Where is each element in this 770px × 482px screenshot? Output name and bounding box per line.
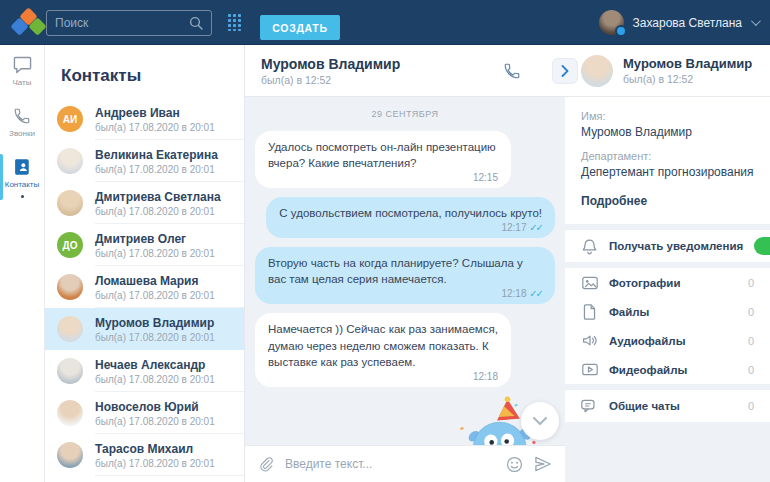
video-icon — [582, 363, 598, 376]
contact-row[interactable]: Великина Екатеринабыл(а) 17.08.2020 в 20… — [45, 140, 244, 182]
chats-icon — [581, 399, 598, 414]
rail-item-calls[interactable]: Звонки — [0, 96, 44, 147]
contact-row-partial[interactable] — [45, 476, 244, 482]
message-incoming[interactable]: Удалось посмотреть он-лайн презентацию в… — [255, 131, 511, 188]
media-item-photos[interactable]: Фотографии 0 — [565, 268, 770, 297]
left-rail: Чаты Звонки Контакты — [0, 45, 45, 482]
profile-header: Муромов Владимир был(а) в 12:52 — [565, 45, 770, 97]
avatar — [57, 274, 83, 300]
media-item-video[interactable]: Фидеофайлы 0 — [565, 355, 770, 384]
field-label: Имя: — [581, 110, 754, 122]
chevron-down-icon — [751, 16, 761, 26]
contact-row[interactable]: Новоселов Юрийбыл(а) 17.08.2020 в 20:01 — [45, 392, 244, 434]
date-divider: 29 СЕНТЯБРЯ — [255, 109, 555, 119]
avatar — [57, 400, 83, 426]
user-menu[interactable]: Захарова Светлана — [599, 0, 758, 45]
search-input[interactable] — [55, 16, 189, 30]
field-label: Департамент: — [581, 150, 754, 162]
send-button[interactable] — [534, 456, 552, 472]
search-icon — [189, 16, 203, 30]
phone-icon — [13, 107, 31, 125]
count-badge: 0 — [748, 335, 754, 347]
media-item-audio[interactable]: Аудиофайлы 0 — [565, 326, 770, 355]
avatar: ДО — [57, 232, 83, 258]
common-chats-row[interactable]: Общие чаты 0 — [565, 390, 770, 422]
profile-panel: Муромов Владимир был(а) в 12:52 Имя: Мур… — [565, 45, 770, 482]
notifications-label: Получать уведомления — [609, 240, 743, 252]
avatar — [57, 316, 83, 342]
scroll-down-icon — [533, 417, 547, 426]
message-time: 12:18 — [473, 371, 498, 382]
collapse-panel-button[interactable] — [552, 58, 578, 84]
contact-row[interactable]: Дмитриева Светланабыл(а) 17.08.2020 в 20… — [45, 182, 244, 224]
chat-title: Муромов Владимир — [261, 56, 503, 72]
contact-row[interactable]: Нечаев Александрбыл(а) 17.08.2020 в 20:0… — [45, 350, 244, 392]
message-input-bar — [245, 445, 565, 482]
avatar — [57, 190, 83, 216]
notifications-row: Получать уведомления — [565, 230, 770, 262]
chat-header: Муромов Владимир был(а) в 12:52 — [245, 45, 565, 97]
contact-row[interactable]: АИ Андреев Иванбыл(а) 17.08.2020 в 20:01 — [45, 98, 244, 140]
message-input[interactable] — [285, 457, 495, 471]
avatar — [57, 148, 83, 174]
scroll-to-bottom-button[interactable] — [521, 402, 559, 440]
message-outgoing[interactable]: С удовольствием посмотрела, получилось к… — [266, 197, 555, 238]
contact-row[interactable]: Ломашева Мариябыл(а) 17.08.2020 в 20:01 — [45, 266, 244, 308]
message-time: 12:15 — [473, 172, 498, 183]
emoji-icon — [506, 456, 523, 473]
chevron-right-icon — [561, 65, 569, 77]
audio-icon — [582, 334, 598, 347]
count-badge: 0 — [748, 400, 754, 412]
count-badge: 0 — [748, 364, 754, 376]
contacts-panel: Контакты АИ Андреев Иванбыл(а) 17.08.202… — [45, 45, 245, 482]
rail-item-chats[interactable]: Чаты — [0, 45, 44, 96]
call-icon[interactable] — [503, 62, 521, 80]
attach-icon — [258, 456, 274, 473]
avatar — [57, 358, 83, 384]
contacts-book-icon — [13, 158, 31, 176]
avatar — [57, 442, 83, 468]
read-receipt-icon: ✓✓ — [529, 288, 542, 299]
chat-last-seen: был(а) в 12:52 — [261, 74, 503, 86]
rail-item-contacts[interactable]: Контакты — [0, 147, 44, 207]
emoji-button[interactable] — [506, 456, 523, 473]
count-badge: 0 — [748, 306, 754, 318]
message-outgoing[interactable]: Вторую часть на когда планируете? Слышал… — [255, 247, 555, 304]
chat-bubble-icon — [13, 56, 32, 74]
create-button[interactable]: СОЗДАТЬ — [260, 15, 340, 40]
photos-icon — [582, 276, 598, 290]
message-list[interactable]: 29 СЕНТЯБРЯ Удалось посмотреть он-лайн п… — [245, 97, 565, 445]
files-icon — [583, 304, 596, 320]
field-value: Депертемант прогнозирования — [581, 165, 754, 179]
user-name: Захарова Светлана — [633, 16, 742, 30]
message-time: 12:18 — [501, 288, 526, 299]
profile-avatar — [581, 55, 613, 87]
profile-last-seen: был(а) в 12:52 — [623, 73, 752, 85]
more-details-link[interactable]: Подробнее — [581, 194, 647, 208]
bell-icon — [582, 238, 597, 255]
message-time: 12:17 — [501, 222, 526, 233]
contact-row[interactable]: Тарасов Михаилбыл(а) 17.08.2020 в 20:01 — [45, 434, 244, 476]
contacts-title: Контакты — [45, 45, 244, 98]
avatar: АИ — [57, 106, 83, 132]
attach-file-button[interactable] — [258, 456, 274, 473]
contact-row[interactable]: ДО Дмитриев Олегбыл(а) 17.08.2020 в 20:0… — [45, 224, 244, 266]
profile-name: Муромов Владимир — [623, 56, 752, 71]
active-indicator-dot — [21, 195, 24, 198]
media-item-files[interactable]: Файлы 0 — [565, 297, 770, 326]
read-receipt-icon: ✓✓ — [529, 222, 542, 233]
message-incoming[interactable]: Намечается )) Сейчас как раз занимаемся,… — [255, 313, 511, 386]
search-box[interactable] — [46, 10, 212, 36]
user-avatar — [599, 10, 624, 35]
app-logo-icon[interactable] — [11, 7, 47, 37]
field-value: Муромов Владимир — [581, 125, 754, 139]
media-section: Фотографии 0 Файлы 0 Аудиофайлы — [565, 268, 770, 384]
contact-row-selected[interactable]: Муромов Владимирбыл(а) 17.08.2020 в 20:0… — [45, 308, 244, 350]
apps-grid-icon[interactable] — [228, 14, 245, 31]
profile-info-section: Имя: Муромов Владимир Департамент: Депер… — [565, 97, 770, 224]
top-bar: СОЗДАТЬ Захарова Светлана — [0, 0, 770, 45]
chat-panel: Муромов Владимир был(а) в 12:52 29 СЕНТЯ… — [245, 45, 565, 482]
notifications-toggle[interactable] — [754, 237, 770, 255]
contacts-list: АИ Андреев Иванбыл(а) 17.08.2020 в 20:01… — [45, 98, 244, 482]
send-icon — [534, 456, 552, 472]
